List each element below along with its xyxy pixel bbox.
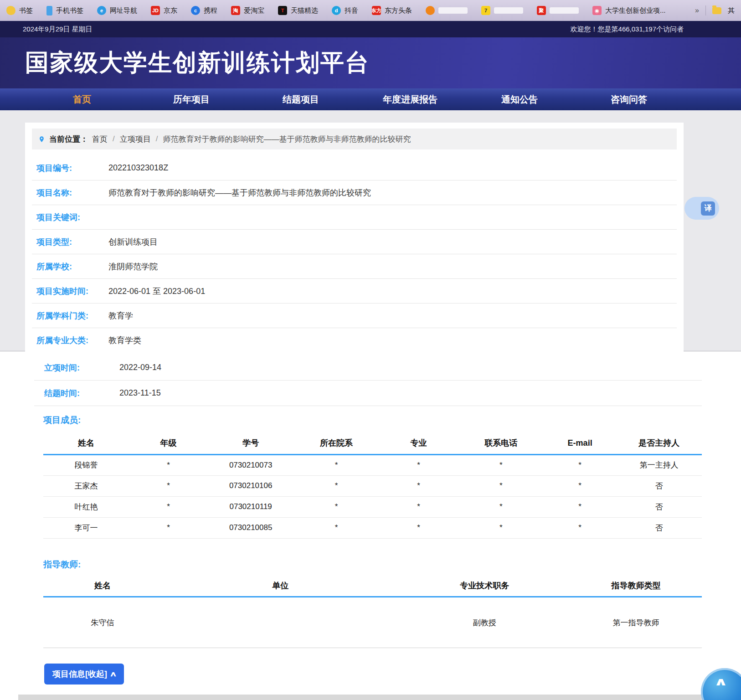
field-label: 所属学科门类:	[36, 310, 108, 321]
table-cell: *	[293, 517, 379, 538]
content-card: 当前位置： 首页/立项项目/师范教育对于教师的影响研究——基于师范教师与非师范教…	[25, 123, 684, 351]
table-header-cell: 指导教师类型	[570, 575, 702, 597]
project-field-row: 立项时间:2022-09-14	[34, 355, 702, 381]
table-cell: *	[544, 496, 616, 517]
nav-item[interactable]: 年度进展报告	[355, 88, 465, 110]
breadcrumb-separator: /	[112, 134, 116, 144]
members-table: 姓名年级学号所在院系专业联系电话E-mail是否主持人段锦誉*073021007…	[43, 432, 702, 539]
field-value: 2022-06-01 至 2023-06-01	[108, 286, 205, 297]
nav-item[interactable]: 结题项目	[246, 88, 355, 110]
bookmark-label: 书签	[19, 6, 33, 15]
field-value: 淮阴师范学院	[108, 261, 158, 272]
table-cell	[162, 597, 399, 648]
translate-widget[interactable]: 译	[684, 197, 719, 220]
table-cell: *	[544, 517, 616, 538]
bookmark-item[interactable]	[426, 6, 468, 15]
juhuasuan-icon: 聚	[537, 6, 546, 15]
bookmark-item[interactable]: 东方东方头条	[372, 6, 412, 15]
bookmark-item[interactable]: c携程	[191, 6, 217, 15]
table-cell: 第一指导教师	[570, 597, 702, 648]
site-topbar: 2024年9月29日 星期日 欢迎您！您是第466,031,197个访问者	[0, 21, 741, 37]
nav-item[interactable]: 历年项目	[137, 88, 246, 110]
breadcrumb-current-page: 师范教育对于教师的影响研究——基于师范教师与非师范教师的比较研究	[163, 134, 411, 144]
bookmark-label: 天猫精选	[291, 6, 318, 15]
bookmark-label: 京东	[164, 6, 177, 15]
nav-item[interactable]: 咨询问答	[574, 88, 684, 110]
table-header-cell: 是否主持人	[616, 432, 702, 454]
breadcrumb-link[interactable]: 首页	[92, 134, 108, 144]
table-header-cell: 联系电话	[458, 432, 544, 454]
table-cell: *	[129, 454, 208, 475]
breadcrumb-link[interactable]: 立项项目	[120, 134, 151, 144]
bookmark-item[interactable]: ◉大学生创新创业项...	[592, 6, 666, 15]
table-cell: *	[129, 517, 208, 538]
bookmark-item[interactable]: 书签	[6, 6, 33, 15]
page-upper-section: 当前位置： 首页/立项项目/师范教育对于教师的影响研究——基于师范教师与非师范教…	[0, 110, 741, 351]
translate-icon[interactable]: 译	[701, 201, 715, 216]
field-value: 202210323018Z	[108, 163, 168, 173]
location-pin-icon	[38, 136, 45, 143]
table-cell: *	[293, 475, 379, 496]
table-cell: 叶红艳	[43, 496, 129, 517]
project-field-row: 所属专业大类:教育学类	[32, 328, 677, 351]
table-row: 朱守信副教授第一指导教师	[43, 597, 702, 648]
field-label: 所属学校:	[36, 261, 108, 272]
table-cell: *	[544, 454, 616, 475]
table-header-cell: 学号	[208, 432, 293, 454]
douyin-icon: d	[332, 6, 341, 15]
bookmark-label	[438, 7, 468, 14]
table-cell: 0730210119	[208, 496, 293, 517]
bookmark-label: 大学生创新创业项...	[605, 6, 666, 15]
table-cell: 朱守信	[43, 597, 162, 648]
members-section-label: 项目成员:	[43, 414, 741, 426]
table-header-cell: 姓名	[43, 432, 129, 454]
nav-item[interactable]: 通知公告	[465, 88, 574, 110]
table-cell: *	[379, 475, 458, 496]
bookmark-item[interactable]: 聚	[537, 6, 579, 15]
arrow-up-icon: ∧	[714, 675, 728, 688]
table-cell: 否	[616, 517, 702, 538]
dongfang-toutiao-icon: 东方	[372, 6, 381, 15]
field-label: 项目编号:	[36, 163, 108, 174]
table-cell: *	[379, 517, 458, 538]
table-cell: 否	[616, 475, 702, 496]
tmall-icon: T	[278, 6, 287, 15]
bookmark-label: 爱淘宝	[244, 6, 264, 15]
project-field-row: 项目编号:202210323018Z	[32, 156, 677, 180]
other-bookmarks-label[interactable]: 其	[728, 6, 735, 15]
bookmark-label	[550, 7, 579, 14]
table-cell: 第一主持人	[616, 454, 702, 475]
table-header-cell: E-mail	[544, 432, 616, 454]
bookmark-item[interactable]: d抖音	[332, 6, 358, 15]
table-row: 段锦誉*0730210073****第一主持人	[43, 454, 702, 475]
bookmarks-overflow-icon[interactable]: »	[695, 6, 699, 15]
table-cell: *	[458, 475, 544, 496]
field-value: 师范教育对于教师的影响研究——基于师范教师与非师范教师的比较研究	[108, 187, 371, 198]
breadcrumb-prefix: 当前位置：	[49, 134, 88, 144]
table-row: 叶红艳*0730210119****否	[43, 496, 702, 517]
nav-item[interactable]: 首页	[27, 88, 137, 110]
field-value: 创新训练项目	[108, 237, 158, 247]
project-field-row: 所属学科门类:教育学	[32, 304, 677, 328]
table-cell: *	[129, 496, 208, 517]
field-label: 项目关键词:	[36, 212, 108, 223]
bookmark-item[interactable]: 7	[481, 6, 523, 15]
advisors-section-label: 指导教师:	[43, 559, 741, 571]
table-cell: *	[293, 496, 379, 517]
bookmark-item[interactable]: JD京东	[151, 6, 177, 15]
table-cell: 段锦誉	[43, 454, 129, 475]
chevron-up-icon: ∧	[109, 670, 117, 678]
table-header-cell: 姓名	[43, 575, 162, 597]
bookmark-item[interactable]: 手机书签	[46, 6, 83, 15]
field-label: 所属专业大类:	[36, 335, 108, 346]
other-bookmarks-folder-icon[interactable]	[712, 7, 721, 14]
project-fields-top: 项目编号:202210323018Z项目名称:师范教育对于教师的影响研究——基于…	[32, 156, 677, 351]
project-info-collapse-button[interactable]: 项目信息[收起] ∧	[44, 664, 124, 685]
field-value: 教育学	[108, 310, 133, 321]
project-fields-bottom: 立项时间:2022-09-14结题时间:2023-11-15	[34, 351, 702, 406]
bookmark-item[interactable]: T天猫精选	[278, 6, 318, 15]
field-value: 教育学类	[108, 335, 141, 346]
bookmark-item[interactable]: 淘爱淘宝	[231, 6, 264, 15]
bookmark-item[interactable]: e网址导航	[97, 6, 137, 15]
current-date: 2024年9月29日 星期日	[23, 25, 93, 34]
